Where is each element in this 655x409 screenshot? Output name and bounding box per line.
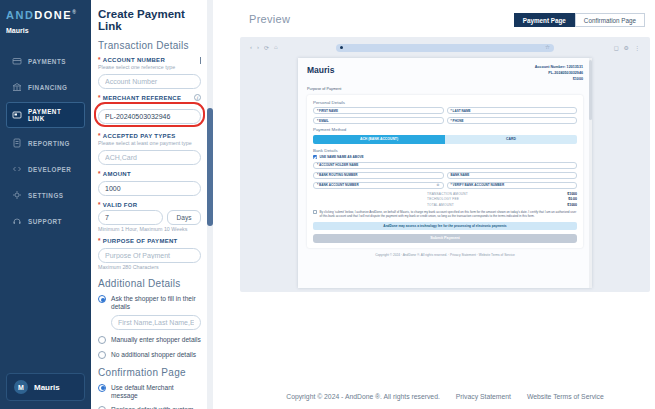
- mini-account-info: Account Number: 12013531 PL-202405030329…: [535, 65, 583, 83]
- required-asterisk: *: [98, 170, 101, 177]
- tab-confirmation-page[interactable]: Confirmation Page: [575, 13, 645, 27]
- merchant-reference-label-text: MERCHANT REFERENCE: [103, 95, 181, 101]
- browser-url-bar[interactable]: ☆: [336, 44, 554, 52]
- preview-area: Preview Payment Page Confirmation Page ‹…: [213, 0, 655, 409]
- avatar: M: [14, 380, 28, 394]
- radio-label: Use default Merchant message: [111, 384, 201, 400]
- account-number-helper: Please select one reference type: [98, 64, 201, 70]
- footer-terms-link[interactable]: Website Terms of Service: [527, 393, 604, 400]
- summary-row-transaction: TRANSACTION AMOUNT $1000: [427, 192, 577, 196]
- reporting-icon: [12, 138, 22, 148]
- sidebar-item-payment-link[interactable]: PAYMENT LINK: [6, 102, 85, 128]
- valid-for-input[interactable]: [98, 210, 163, 225]
- mini-bank-account-label: * BANK ACCOUNT NUMBER: [317, 183, 359, 187]
- red-annotation-highlight: [94, 102, 205, 127]
- sidebar-item-label: DEVELOPER: [28, 166, 71, 173]
- browser-back-icon[interactable]: ‹: [250, 44, 252, 51]
- radio-no-shopper[interactable]: No additional shopper details: [98, 351, 201, 359]
- sidebar-nav: PAYMENTS FINANCING PAYMENT LINK REPORTIN…: [6, 50, 85, 232]
- mini-tab-card[interactable]: CARD: [445, 135, 577, 144]
- browser-extensions-icon[interactable]: ⚙: [624, 44, 629, 51]
- mini-bank-account-field[interactable]: * BANK ACCOUNT NUMBER ⊙: [313, 182, 444, 189]
- radio-manual-shopper[interactable]: Manually enter shopper details: [98, 336, 201, 344]
- preview-panel: ‹ › ⟳ ⌂ ☆ ◻ ⚙ ⋮ Mauris: [240, 37, 650, 292]
- radio-default-message[interactable]: Use default Merchant message: [98, 384, 201, 400]
- summary-label: TOTAL AMOUNT: [427, 203, 454, 207]
- mini-email-field[interactable]: * EMAIL: [313, 117, 444, 124]
- sidebar-item-reporting[interactable]: REPORTING: [6, 132, 85, 154]
- radio-ask-shopper[interactable]: Ask the shopper to fill in their details: [98, 295, 201, 311]
- sidebar-item-payments[interactable]: PAYMENTS: [6, 50, 85, 72]
- disclaimer-text: By clicking 'submit' below, I authorize …: [320, 210, 578, 218]
- account-number-input[interactable]: [98, 74, 201, 89]
- shopper-fields-input[interactable]: [111, 315, 201, 330]
- mini-same-name-checkbox-row[interactable]: USE SAME NAME AS ABOVE: [313, 155, 577, 159]
- mini-routing-field[interactable]: * BANK ROUTING NUMBER: [313, 172, 444, 179]
- mini-disclaimer-row: By clicking 'submit' below, I authorize …: [313, 210, 577, 218]
- summary-label: TRANSACTION AMOUNT: [427, 192, 468, 196]
- eye-icon[interactable]: ⊙: [437, 183, 440, 187]
- bookmark-star-icon[interactable]: ☆: [545, 45, 550, 51]
- logo-registered-mark: ®: [72, 9, 76, 15]
- browser-refresh-icon[interactable]: ⟳: [264, 44, 269, 51]
- mini-account-holder-field[interactable]: * ACCOUNT HOLDER NAME: [313, 162, 577, 169]
- sidebar-item-settings[interactable]: SETTINGS: [6, 184, 85, 206]
- merchant-reference-input[interactable]: [98, 109, 201, 124]
- financing-icon: [12, 82, 22, 92]
- main-footer: Copyright © 2024 - AndDone ®. All rights…: [240, 393, 650, 400]
- sidebar-item-label: SUPPORT: [28, 218, 62, 225]
- valid-for-helper: Minimum 1 Hour, Maximum 10 Weeks: [98, 226, 201, 232]
- mini-first-name-field[interactable]: * FIRST NAME: [313, 107, 444, 114]
- mini-tab-ach[interactable]: ACH (BANK ACCOUNT): [313, 135, 445, 144]
- disclaimer-checkbox[interactable]: [313, 210, 317, 214]
- logo-text-and: AND: [6, 9, 34, 21]
- app-window: ANDDONE® Mauris PAYMENTS FINANCING PAYME…: [0, 0, 655, 409]
- browser-forward-icon[interactable]: ›: [257, 44, 259, 51]
- mini-routing-row: * BANK ROUTING NUMBER BANK NAME: [313, 172, 577, 179]
- required-asterisk: *: [98, 201, 101, 208]
- amount-input[interactable]: [98, 181, 201, 196]
- section-confirmation-page: Confirmation Page: [98, 367, 201, 378]
- required-asterisk: *: [98, 94, 101, 101]
- mini-submit-payment-button[interactable]: Submit Payment: [313, 234, 577, 243]
- mini-verify-account-field[interactable]: * VERIFY BANK ACCOUNT NUMBER: [447, 182, 578, 189]
- valid-for-row: Days: [98, 208, 201, 225]
- mini-phone-field[interactable]: * PHONE: [447, 117, 578, 124]
- mini-name-row: * FIRST NAME * LAST NAME: [313, 107, 577, 114]
- sidebar-item-developer[interactable]: DEVELOPER: [6, 158, 85, 180]
- accepted-pay-types-input[interactable]: [98, 150, 201, 165]
- accepted-pay-types-label-text: ACCEPTED PAY TYPES: [103, 133, 176, 139]
- footer-privacy-link[interactable]: Privacy Statement: [456, 393, 511, 400]
- valid-for-unit-select[interactable]: Days: [167, 210, 201, 225]
- browser-menu-icon[interactable]: ⋮: [634, 44, 640, 51]
- info-icon[interactable]: [194, 94, 201, 101]
- user-name: Mauris: [34, 383, 60, 392]
- mini-page-scrollbar-track[interactable]: [589, 58, 592, 288]
- valid-for-label-text: VALID FOR: [103, 202, 138, 208]
- mini-bank-name-field[interactable]: BANK NAME: [447, 172, 578, 179]
- amount-label: * AMOUNT: [98, 170, 201, 177]
- browser-profile-icon[interactable]: ◻: [614, 44, 619, 51]
- sidebar-item-financing[interactable]: FINANCING: [6, 76, 85, 98]
- summary-row-fee: TECHNOLOGY FEE $0.00: [427, 197, 577, 201]
- anddone-logo: ANDDONE®: [6, 9, 85, 21]
- sidebar-user-chip[interactable]: M Mauris: [6, 373, 85, 401]
- mini-page-footer: Copyright © 2024 · AndDone ®. All rights…: [307, 253, 583, 257]
- payment-link-icon: [12, 110, 22, 120]
- purpose-input[interactable]: [98, 248, 201, 263]
- radio-label: Manually enter shopper details: [111, 336, 201, 344]
- sidebar-item-label: SETTINGS: [28, 192, 64, 199]
- browser-home-icon[interactable]: ⌂: [274, 44, 278, 51]
- sidebar-item-support[interactable]: SUPPORT: [6, 210, 85, 232]
- required-asterisk: *: [98, 56, 101, 63]
- preview-header: Preview Payment Page Confirmation Page: [213, 0, 655, 27]
- tab-payment-page[interactable]: Payment Page: [514, 13, 575, 27]
- radio-label: No additional shopper details: [111, 351, 196, 359]
- chevron-down-icon[interactable]: [200, 57, 201, 63]
- mini-contact-row: * EMAIL * PHONE: [313, 117, 577, 124]
- sidebar-item-label: PAYMENTS: [28, 58, 66, 65]
- purpose-label-text: PURPOSE OF PAYMENT: [103, 238, 178, 244]
- browser-chrome-bar: ‹ › ⟳ ⌂ ☆ ◻ ⚙ ⋮: [240, 42, 650, 53]
- mini-page-scrollbar-thumb[interactable]: [589, 60, 592, 120]
- mini-last-name-field[interactable]: * LAST NAME: [447, 107, 578, 114]
